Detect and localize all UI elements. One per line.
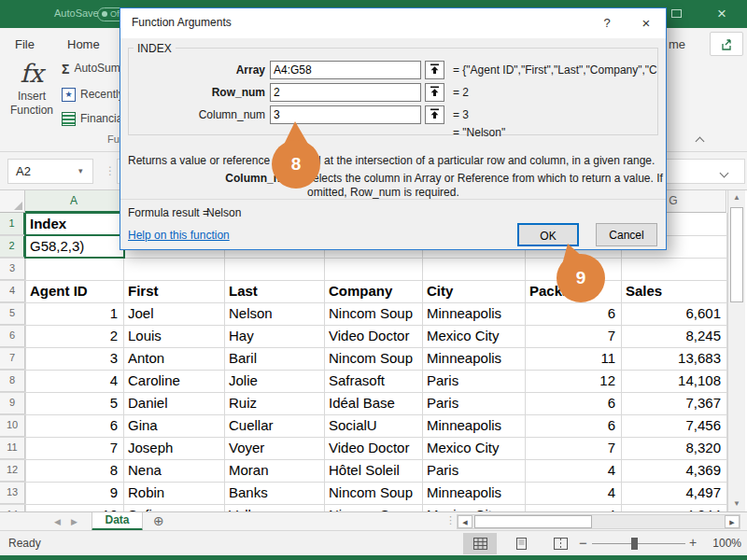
cell[interactable]: 3 xyxy=(30,347,118,370)
column-num-input[interactable] xyxy=(270,105,421,124)
cell[interactable]: Moran xyxy=(229,459,318,482)
cell[interactable]: Ruiz xyxy=(229,392,318,414)
row-header-5[interactable]: 5 xyxy=(0,302,25,325)
cell[interactable]: 8,320 xyxy=(626,437,721,459)
cell[interactable]: Daniel xyxy=(128,392,218,414)
cell[interactable]: Safrasoft xyxy=(329,370,416,392)
row-header-12[interactable]: 12 xyxy=(0,459,25,482)
zoom-level[interactable]: 100% xyxy=(698,531,741,555)
normal-view-button[interactable] xyxy=(463,533,497,554)
cell[interactable]: Video Doctor xyxy=(329,437,416,459)
row-header-3[interactable]: 3 xyxy=(0,258,25,280)
collapse-dialog-button[interactable] xyxy=(425,61,444,79)
row-header-9[interactable]: 9 xyxy=(0,392,25,414)
cell[interactable]: Company xyxy=(329,280,416,302)
cell[interactable]: Minneapolis xyxy=(427,482,519,504)
row-num-input[interactable] xyxy=(270,83,421,102)
dialog-title-bar[interactable]: Function Arguments ? × xyxy=(120,8,666,38)
row-header-4[interactable]: 4 xyxy=(0,280,25,302)
cell[interactable]: Anton xyxy=(128,347,218,370)
hscroll-right-icon[interactable]: ▶ xyxy=(725,515,740,528)
page-break-view-button[interactable] xyxy=(543,533,577,554)
scroll-down-icon[interactable]: ▼ xyxy=(728,499,745,508)
cell[interactable]: Last xyxy=(229,280,318,302)
cell[interactable]: Gina xyxy=(128,414,218,437)
horizontal-scrollbar[interactable]: ◀ ▶ xyxy=(457,514,740,529)
cell[interactable]: 6 xyxy=(529,302,615,325)
cell[interactable]: 2 xyxy=(30,325,118,347)
row-header-13[interactable]: 13 xyxy=(0,482,25,504)
autosum-button[interactable]: ΣAutoSum xyxy=(62,62,120,82)
cell[interactable]: 6 xyxy=(529,414,615,437)
cell[interactable]: 5 xyxy=(30,392,118,414)
scroll-up-icon[interactable]: ▲ xyxy=(728,193,745,202)
vertical-scrollbar[interactable]: ▲ ▼ xyxy=(727,190,745,511)
cell[interactable]: 13,683 xyxy=(626,347,721,370)
cell[interactable]: Baril xyxy=(229,347,318,370)
sheet-tab-data[interactable]: Data xyxy=(92,512,143,531)
dialog-close-icon[interactable]: × xyxy=(636,13,656,34)
cell[interactable]: Banks xyxy=(229,482,318,504)
cell[interactable]: Agent ID xyxy=(30,280,118,302)
cell[interactable]: Mexico City xyxy=(427,437,519,459)
zoom-out-button[interactable]: − xyxy=(579,531,587,555)
row-header-10[interactable]: 10 xyxy=(0,414,25,437)
ok-button[interactable]: OK xyxy=(517,223,579,246)
cell[interactable]: Voyer xyxy=(229,437,318,459)
cell[interactable]: 4 xyxy=(529,482,615,504)
sheet-nav-left-icon[interactable]: ◀ xyxy=(54,515,61,528)
cell[interactable]: Nincom Soup xyxy=(329,482,416,504)
cell[interactable]: Cuellar xyxy=(229,414,318,437)
cell[interactable]: 9 xyxy=(30,482,118,504)
cell[interactable]: Paris xyxy=(427,459,519,482)
cell[interactable]: Nena xyxy=(128,459,218,482)
cell[interactable]: Hay xyxy=(229,325,318,347)
new-sheet-icon[interactable]: ⊕ xyxy=(153,513,164,528)
cell[interactable]: Robin xyxy=(128,482,218,504)
zoom-in-button[interactable]: + xyxy=(689,531,697,555)
window-close-icon[interactable]: × xyxy=(712,4,732,24)
financial-button[interactable]: Financial xyxy=(62,112,125,133)
select-all-corner[interactable] xyxy=(0,190,25,213)
cell[interactable]: 11 xyxy=(529,347,615,370)
cell[interactable]: Paris xyxy=(427,392,519,414)
array-input[interactable] xyxy=(270,61,421,79)
cell[interactable]: 7 xyxy=(529,325,615,347)
row-header-1[interactable]: 1 xyxy=(0,213,25,235)
name-box-dropdown-icon[interactable]: ▾ xyxy=(78,160,83,183)
cell[interactable]: 6,601 xyxy=(626,302,721,325)
collapse-ribbon-icon[interactable] xyxy=(696,137,705,147)
cell[interactable]: 4,497 xyxy=(626,482,721,504)
cancel-button[interactable]: Cancel xyxy=(596,223,657,246)
cell[interactable]: Joel xyxy=(128,302,218,325)
cell[interactable]: 6 xyxy=(529,392,615,414)
cell[interactable]: 1 xyxy=(30,302,118,325)
vertical-scrollbar-thumb[interactable] xyxy=(730,207,743,302)
cell[interactable]: 12 xyxy=(529,370,615,392)
help-on-function-link[interactable]: Help on this function xyxy=(128,229,230,242)
sheet-nav-right-icon[interactable]: ▶ xyxy=(71,515,78,528)
insert-function-button[interactable]: fx Insert Function xyxy=(4,58,60,127)
cell[interactable]: Minneapolis xyxy=(427,347,519,370)
tab-file[interactable]: File xyxy=(15,35,35,54)
cell[interactable]: Nelson xyxy=(229,302,318,325)
cell[interactable]: 7 xyxy=(529,437,615,459)
maximize-icon[interactable] xyxy=(671,9,682,18)
tab-home[interactable]: Home xyxy=(67,35,100,54)
cell[interactable]: Nincom Soup xyxy=(329,347,416,370)
cell[interactable]: 7 xyxy=(30,437,118,459)
row-header-2[interactable]: 2 xyxy=(0,235,25,258)
cell[interactable]: 7,456 xyxy=(626,414,721,437)
zoom-slider-thumb[interactable] xyxy=(631,538,638,550)
cell[interactable]: Nincom Soup xyxy=(329,302,416,325)
cell[interactable]: Jolie xyxy=(229,370,318,392)
cell[interactable]: 4 xyxy=(30,370,118,392)
collapse-dialog-button[interactable] xyxy=(425,83,444,102)
zoom-slider-track[interactable] xyxy=(592,543,685,544)
cell[interactable]: Caroline xyxy=(128,370,218,392)
dialog-help-icon[interactable]: ? xyxy=(597,13,617,34)
cell[interactable]: First xyxy=(128,280,218,302)
cell[interactable]: Hôtel Soleil xyxy=(329,459,416,482)
cell[interactable]: Video Doctor xyxy=(329,325,416,347)
cell[interactable]: 8,245 xyxy=(626,325,721,347)
